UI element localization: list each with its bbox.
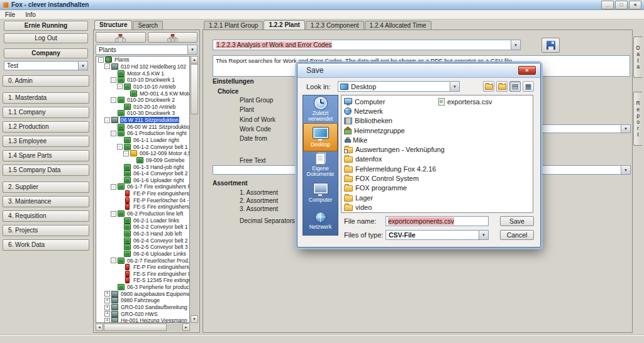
menu-item-file[interactable]: File (0, 11, 20, 18)
file-item[interactable]: Auswertungen - Verknüpfung (341, 144, 436, 154)
expander-minus-icon[interactable]: - (117, 84, 123, 89)
company-select[interactable]: Test ▼ (4, 61, 88, 70)
file-item[interactable]: Lager (341, 193, 436, 202)
tree-item[interactable]: 06-00 W 211 Sitzproduktion Hauptanlage (96, 123, 189, 130)
expander-plus-icon[interactable]: + (104, 298, 110, 303)
tree-item[interactable]: FE-S Fire extinguishers -02 - 9l Foa (96, 204, 189, 210)
tree-item[interactable]: +GRO-010 Sandaufbereitung (96, 304, 189, 311)
tree-item[interactable]: 06-2-6 Uploader Links (96, 251, 189, 258)
sidebar-item-1-3-employee[interactable]: 1.3 Employee (3, 136, 89, 147)
tree-horizontal-scrollbar[interactable]: ◄ ► (96, 324, 190, 331)
scroll-down-icon[interactable]: ▼ (191, 315, 198, 323)
tree-item[interactable]: -010-10-10 Antrieb (96, 84, 189, 90)
expander-minus-icon[interactable]: - (111, 97, 116, 103)
tab-search[interactable]: Search (133, 21, 163, 30)
scroll-right-icon[interactable]: ► (182, 324, 190, 331)
tab-1-2-3-component[interactable]: 1.2.3 Component (306, 21, 364, 30)
file-type-select[interactable]: CSV-File ▼ (386, 230, 489, 240)
close-button[interactable]: × (629, 1, 641, 9)
file-item[interactable]: FOX Control System (341, 173, 436, 183)
tree-item[interactable]: FE-P Fire extinguishers 05-12 kg AB (96, 264, 189, 271)
tree-item[interactable]: 06-3 Peripherie for production lines for (96, 284, 189, 291)
tree-item[interactable]: 06-1-1 Loader right (96, 137, 189, 144)
chevron-down-icon[interactable]: ▼ (511, 40, 520, 50)
scrollbar-thumb[interactable] (191, 64, 198, 114)
file-item[interactable]: Mike (341, 135, 436, 144)
expander-minus-icon[interactable]: - (104, 63, 110, 69)
tree-item[interactable]: 06-2-4 Conveyor belt 2 left (96, 237, 189, 244)
file-item[interactable]: video (341, 202, 436, 212)
expander-minus-icon[interactable]: - (111, 258, 116, 263)
place-desktop[interactable]: Desktop (303, 123, 338, 151)
expander-minus-icon[interactable]: - (123, 151, 129, 156)
tree-item[interactable]: -06-1-7 Fire extinguishers Prod.rightFir… (96, 183, 189, 190)
new-folder-button[interactable]: * (496, 81, 508, 92)
expander-plus-icon[interactable]: + (104, 318, 110, 323)
chevron-down-icon[interactable]: ▼ (621, 166, 630, 174)
tree-item[interactable]: 06-2-3 Hand Job left (96, 231, 189, 237)
tree-item[interactable]: 06-2-1 Loader links (96, 217, 189, 224)
tree-item[interactable]: +0900 ausgebautes Equipement (96, 290, 189, 297)
scroll-up-icon[interactable]: ▲ (191, 56, 198, 63)
sidebar-item-0-admin[interactable]: 0. Admin (3, 75, 89, 87)
tab-1-2-4-allocated-time[interactable]: 1.2.4 Allocated Time (365, 21, 431, 30)
up-one-level-button[interactable]: ↑ (483, 81, 494, 92)
sidebar-item-1-masterdata[interactable]: 1. Masterdata (3, 92, 89, 104)
report-select[interactable]: 1.2.2.3 Analysis of Work and Error Codes… (213, 40, 521, 50)
sidebar-item-6-work-data[interactable]: 6. Work Data (3, 239, 89, 251)
chevron-down-icon[interactable]: ▼ (621, 125, 630, 133)
tree-item[interactable]: 09-009 Getriebe (96, 157, 189, 164)
place-zuletzt-verwendet[interactable]: Zuletzt verwendet (303, 95, 338, 123)
export-button[interactable] (541, 38, 560, 53)
tree-item[interactable]: FE-P Fire extinguishers 03 - S kg CO (96, 190, 189, 197)
tree-item[interactable]: 010-30 Druckwerk 3 (96, 110, 189, 117)
view-grid-button[interactable]: ▤ (509, 81, 521, 92)
expander-minus-icon[interactable]: - (98, 57, 104, 63)
chevron-down-icon[interactable]: ▼ (187, 45, 197, 54)
expander-plus-icon[interactable]: + (104, 291, 110, 297)
file-item[interactable]: exportersa.csv (436, 97, 530, 106)
tree-item[interactable]: -Plants (96, 57, 189, 63)
scroll-left-icon[interactable]: ◄ (96, 324, 103, 331)
tree-item[interactable]: -010-20 Druckwerk 2 (96, 97, 189, 104)
place-computer[interactable]: Computer (303, 179, 338, 207)
sidebar-item-1-2-production[interactable]: 1.2 Production (3, 121, 89, 133)
file-item[interactable]: Fehlermeldung Fox 4.2.16 (341, 164, 436, 173)
tree-item[interactable]: Motor 4,5 KW 1 (96, 70, 189, 77)
tree-item[interactable]: 06-1-6 Uploader right (96, 177, 189, 184)
expander-minus-icon[interactable]: - (111, 211, 116, 217)
tree-item[interactable]: FE-P Feuerlöscher 04 - 12 kg ABC-P (96, 197, 189, 204)
chevron-down-icon[interactable]: ▼ (479, 231, 488, 239)
tree-item[interactable]: 010-20-10 Antrieb (96, 103, 189, 110)
menu-item-info[interactable]: Info (20, 11, 41, 18)
tree-item[interactable]: FE-S 12345 Fire extinguisher 07 - (96, 277, 189, 284)
tree-item[interactable]: -06-2 Production line left (96, 210, 189, 217)
tab-1-2-1-plant-group[interactable]: 1.2.1 Plant Group (204, 21, 263, 30)
chevron-down-icon[interactable]: ▼ (78, 62, 87, 70)
expander-plus-icon[interactable]: + (104, 305, 110, 310)
tree-item[interactable]: +0980 Fahrzeuge (96, 297, 189, 304)
chevron-down-icon[interactable]: ▼ (450, 82, 459, 91)
sidebar-item-5-projects[interactable]: 5. Projects (3, 225, 89, 236)
sidebar-item-1-4-spare-parts[interactable]: 1.4 Spare Parts (3, 150, 89, 161)
tree-view-button-1[interactable] (96, 32, 146, 43)
file-item[interactable]: FOX programme (341, 183, 436, 193)
file-item[interactable]: Netzwerk (341, 106, 436, 116)
file-item[interactable]: Bibliotheken (341, 116, 436, 126)
maximize-button[interactable]: □ (615, 1, 628, 9)
tree-item[interactable]: -06-1 Production line right (96, 130, 189, 137)
tree-item[interactable]: -06-1-2 Conveyor belt 1 right (96, 143, 189, 150)
expander-minus-icon[interactable]: - (104, 117, 110, 123)
tab-1-2-2-plant[interactable]: 1.2.2 Plant (264, 20, 304, 30)
scrollbar-thumb[interactable] (104, 324, 167, 331)
expander-minus-icon[interactable]: - (117, 144, 123, 150)
tree-item[interactable]: -06-2-7 Feuerlöscher Prod. LI (96, 257, 189, 264)
tree-item[interactable]: 06-2-5 Conveyor belt 3 left (96, 244, 189, 251)
tree-item[interactable]: 06-1-4 Conveyor belt 2 right (96, 170, 189, 177)
file-item[interactable]: Heimnetzgruppe (341, 126, 436, 135)
expander-minus-icon[interactable]: - (111, 184, 116, 190)
tree-item[interactable]: -06 W 211 Sitzproduktion (96, 117, 189, 124)
place-eigene-dokumente[interactable]: Eigene Dokumente (303, 151, 338, 179)
minimize-button[interactable]: _ (601, 1, 614, 9)
sidebar-item-1-5-company-data[interactable]: 1.5 Company Data (3, 165, 89, 176)
